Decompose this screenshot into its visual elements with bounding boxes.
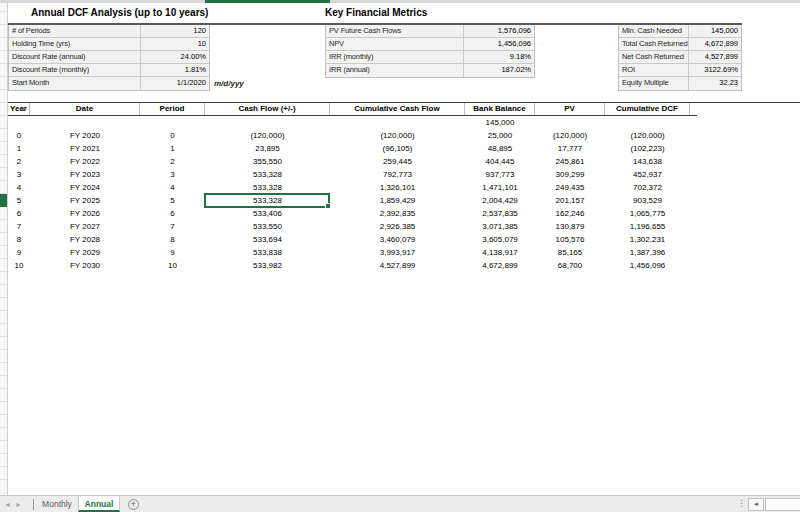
label-cell[interactable]: Net Cash Returned [619, 51, 689, 63]
column-header-cumulative-dcf[interactable]: Cumulative DCF [605, 103, 690, 115]
tab-scroll-splitter[interactable]: ⋮ [737, 497, 746, 510]
cell[interactable]: 85,165 [535, 246, 605, 259]
cell[interactable]: 201,157 [535, 194, 605, 207]
value-cell[interactable]: 187.02% [464, 64, 534, 77]
column-header-year[interactable]: Year [8, 103, 30, 115]
label-cell[interactable]: ROI [619, 64, 689, 76]
cell[interactable]: 162,246 [535, 207, 605, 220]
cell[interactable]: 145,000 [465, 116, 535, 129]
column-header-date[interactable]: Date [30, 103, 140, 115]
cell[interactable]: 105,576 [535, 233, 605, 246]
value-cell[interactable]: 4,672,899 [689, 38, 741, 50]
value-cell[interactable]: 1/1/2020 [141, 77, 209, 90]
label-cell[interactable]: NPV [326, 38, 464, 50]
cell[interactable]: FY 2029 [30, 246, 140, 259]
cell[interactable]: 702,372 [605, 181, 690, 194]
label-cell[interactable]: Min. Cash Needed [619, 25, 689, 37]
cell[interactable]: 533,406 [205, 207, 330, 220]
label-cell[interactable]: Holding Time (yrs) [9, 38, 141, 50]
cell[interactable]: 10 [8, 259, 30, 272]
cell[interactable]: 2,537,835 [465, 207, 535, 220]
cell[interactable]: 7 [8, 220, 30, 233]
cell[interactable]: FY 2022 [30, 155, 140, 168]
label-cell[interactable]: IRR (monthly) [326, 51, 464, 63]
value-cell[interactable]: 120 [141, 25, 209, 37]
cell[interactable]: 1,859,429 [330, 194, 465, 207]
cell[interactable]: (96,105) [330, 142, 465, 155]
cell[interactable]: FY 2028 [30, 233, 140, 246]
value-cell[interactable]: 10 [141, 38, 209, 50]
cell[interactable]: 25,000 [465, 129, 535, 142]
label-cell[interactable]: Discount Rate (annual) [9, 51, 141, 63]
cell[interactable]: 903,529 [605, 194, 690, 207]
cell[interactable]: 1,326,101 [330, 181, 465, 194]
value-cell[interactable]: 145,000 [689, 25, 741, 37]
cell[interactable]: FY 2023 [30, 168, 140, 181]
cell[interactable]: 1,196,655 [605, 220, 690, 233]
cell[interactable]: 533,550 [205, 220, 330, 233]
cell[interactable]: 1 [8, 142, 30, 155]
cell[interactable]: (120,000) [605, 129, 690, 142]
cell[interactable]: 5 [140, 194, 205, 207]
label-cell[interactable]: Discount Rate (monthly) [9, 64, 141, 76]
cell[interactable]: 4,527,899 [330, 259, 465, 272]
cell[interactable]: 452,937 [605, 168, 690, 181]
label-cell[interactable]: Equity Multiple [619, 77, 689, 90]
cell[interactable]: (120,000) [330, 129, 465, 142]
cell[interactable]: 8 [8, 233, 30, 246]
hscroll-left-button[interactable]: ◄ [748, 498, 764, 511]
cell[interactable]: 3,605,079 [465, 233, 535, 246]
cell[interactable]: 533,838 [205, 246, 330, 259]
cell[interactable]: 937,773 [465, 168, 535, 181]
cell[interactable]: 1,065,775 [605, 207, 690, 220]
cell[interactable]: 4 [8, 181, 30, 194]
value-cell[interactable]: 3122.69% [689, 64, 741, 76]
cell[interactable]: 249,435 [535, 181, 605, 194]
label-cell[interactable]: PV Future Cash Flows [326, 25, 464, 37]
cell[interactable]: 2,926,385 [330, 220, 465, 233]
cell[interactable]: 3,993,917 [330, 246, 465, 259]
cell[interactable]: 3,071,385 [465, 220, 535, 233]
new-sheet-button[interactable]: + [128, 499, 139, 510]
label-cell[interactable]: Start Month [9, 77, 141, 90]
cell[interactable]: 23,895 [205, 142, 330, 155]
prev-sheet-arrow-icon[interactable]: ◄ [4, 501, 11, 509]
column-header-cumulative-cash-flow[interactable]: Cumulative Cash Flow [330, 103, 465, 115]
cell[interactable]: 0 [8, 129, 30, 142]
cell[interactable]: 309,299 [535, 168, 605, 181]
column-header-cash-flow[interactable]: Cash Flow (+/-) [205, 103, 330, 115]
cell[interactable]: FY 2021 [30, 142, 140, 155]
sheet-tab-annual[interactable]: Annual [78, 496, 120, 512]
value-cell[interactable]: 1,576,096 [464, 25, 534, 37]
cell[interactable]: (120,000) [535, 129, 605, 142]
sheet-tab-monthly[interactable]: Monthly [36, 496, 78, 512]
cell[interactable]: 4,138,917 [465, 246, 535, 259]
label-cell[interactable]: Total Cash Returned [619, 38, 689, 50]
cell[interactable]: 2 [8, 155, 30, 168]
cell[interactable]: (102,223) [605, 142, 690, 155]
cell[interactable]: 6 [140, 207, 205, 220]
value-cell[interactable]: 4,527,899 [689, 51, 741, 63]
cell[interactable]: 3 [140, 168, 205, 181]
cell[interactable]: 130,879 [535, 220, 605, 233]
cell[interactable]: FY 2024 [30, 181, 140, 194]
cell[interactable]: 9 [8, 246, 30, 259]
cell[interactable]: 259,445 [330, 155, 465, 168]
cell[interactable]: 68,700 [535, 259, 605, 272]
cell[interactable]: FY 2026 [30, 207, 140, 220]
column-header-period[interactable]: Period [140, 103, 205, 115]
cell[interactable]: 2,392,835 [330, 207, 465, 220]
value-cell[interactable]: 24.00% [141, 51, 209, 63]
cell[interactable]: FY 2020 [30, 129, 140, 142]
cell[interactable]: 48,895 [465, 142, 535, 155]
cell[interactable]: FY 2025 [30, 194, 140, 207]
value-cell[interactable]: 32.23 [689, 77, 741, 90]
cell[interactable]: 17,777 [535, 142, 605, 155]
next-sheet-arrow-icon[interactable]: ► [15, 501, 22, 509]
cell[interactable]: 6 [8, 207, 30, 220]
cell[interactable]: 355,550 [205, 155, 330, 168]
cell[interactable]: 3 [8, 168, 30, 181]
value-cell[interactable]: 1.81% [141, 64, 209, 76]
value-cell[interactable]: 1,456,096 [464, 38, 534, 50]
value-cell[interactable]: 9.18% [464, 51, 534, 63]
